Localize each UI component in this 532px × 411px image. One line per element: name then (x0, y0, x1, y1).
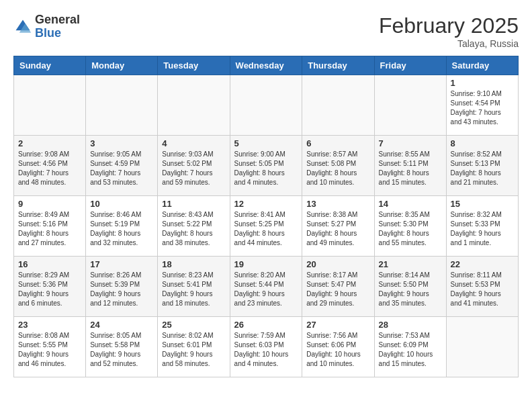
day-info: Sunrise: 7:53 AM Sunset: 6:09 PM Dayligh… (379, 331, 442, 369)
day-number: 24 (90, 320, 153, 330)
day-info: Sunrise: 8:35 AM Sunset: 5:30 PM Dayligh… (379, 210, 442, 248)
week-row-4: 23Sunrise: 8:08 AM Sunset: 5:55 PM Dayli… (14, 317, 519, 377)
day-info: Sunrise: 8:52 AM Sunset: 5:13 PM Dayligh… (451, 150, 514, 187)
day-header-monday: Monday (86, 56, 158, 75)
day-info: Sunrise: 8:32 AM Sunset: 5:33 PM Dayligh… (451, 210, 514, 248)
calendar-cell: 22Sunrise: 8:11 AM Sunset: 5:53 PM Dayli… (446, 257, 518, 317)
day-info: Sunrise: 8:49 AM Sunset: 5:16 PM Dayligh… (18, 210, 81, 248)
day-info: Sunrise: 8:29 AM Sunset: 5:36 PM Dayligh… (18, 271, 81, 308)
day-header-wednesday: Wednesday (230, 56, 302, 75)
day-info: Sunrise: 8:41 AM Sunset: 5:25 PM Dayligh… (234, 210, 298, 248)
day-info: Sunrise: 9:05 AM Sunset: 4:59 PM Dayligh… (90, 150, 153, 187)
calendar-cell (14, 75, 86, 136)
calendar-cell: 10Sunrise: 8:46 AM Sunset: 5:19 PM Dayli… (86, 196, 158, 257)
calendar-cell: 12Sunrise: 8:41 AM Sunset: 5:25 PM Dayli… (230, 196, 302, 257)
calendar-cell: 26Sunrise: 7:59 AM Sunset: 6:03 PM Dayli… (230, 317, 302, 377)
calendar-cell: 9Sunrise: 8:49 AM Sunset: 5:16 PM Daylig… (14, 196, 86, 257)
week-row-1: 2Sunrise: 9:08 AM Sunset: 4:56 PM Daylig… (14, 136, 519, 196)
day-header-friday: Friday (374, 56, 446, 75)
day-number: 3 (90, 138, 153, 148)
day-number: 4 (162, 138, 225, 148)
calendar-cell: 14Sunrise: 8:35 AM Sunset: 5:30 PM Dayli… (374, 196, 446, 257)
calendar-cell: 15Sunrise: 8:32 AM Sunset: 5:33 PM Dayli… (446, 196, 518, 257)
calendar-table: SundayMondayTuesdayWednesdayThursdayFrid… (13, 56, 519, 377)
day-number: 22 (451, 259, 514, 269)
calendar-cell (230, 75, 302, 136)
day-header-tuesday: Tuesday (158, 56, 230, 75)
day-number: 16 (18, 259, 81, 269)
calendar-cell: 4Sunrise: 9:03 AM Sunset: 5:02 PM Daylig… (158, 136, 230, 196)
calendar-cell: 11Sunrise: 8:43 AM Sunset: 5:22 PM Dayli… (158, 196, 230, 257)
calendar-cell (302, 75, 374, 136)
day-info: Sunrise: 8:57 AM Sunset: 5:08 PM Dayligh… (306, 150, 369, 187)
day-info: Sunrise: 8:55 AM Sunset: 5:11 PM Dayligh… (379, 150, 442, 187)
logo-general-text: General (35, 13, 80, 27)
day-number: 9 (18, 199, 81, 209)
logo-icon (13, 17, 32, 36)
calendar-cell: 8Sunrise: 8:52 AM Sunset: 5:13 PM Daylig… (446, 136, 518, 196)
calendar-header-row: SundayMondayTuesdayWednesdayThursdayFrid… (14, 56, 519, 75)
day-header-thursday: Thursday (302, 56, 374, 75)
calendar-cell (158, 75, 230, 136)
day-number: 23 (18, 320, 81, 330)
calendar-cell: 21Sunrise: 8:14 AM Sunset: 5:50 PM Dayli… (374, 257, 446, 317)
day-info: Sunrise: 7:59 AM Sunset: 6:03 PM Dayligh… (234, 331, 298, 369)
day-number: 14 (379, 199, 442, 209)
calendar-cell: 7Sunrise: 8:55 AM Sunset: 5:11 PM Daylig… (374, 136, 446, 196)
calendar-cell: 28Sunrise: 7:53 AM Sunset: 6:09 PM Dayli… (374, 317, 446, 377)
calendar-cell: 19Sunrise: 8:20 AM Sunset: 5:44 PM Dayli… (230, 257, 302, 317)
calendar-cell: 27Sunrise: 7:56 AM Sunset: 6:06 PM Dayli… (302, 317, 374, 377)
calendar-cell: 18Sunrise: 8:23 AM Sunset: 5:41 PM Dayli… (158, 257, 230, 317)
day-number: 28 (379, 320, 442, 330)
week-row-3: 16Sunrise: 8:29 AM Sunset: 5:36 PM Dayli… (14, 257, 519, 317)
day-info: Sunrise: 8:23 AM Sunset: 5:41 PM Dayligh… (162, 271, 225, 308)
logo-text: General Blue (35, 13, 80, 40)
day-number: 10 (90, 199, 153, 209)
day-info: Sunrise: 9:10 AM Sunset: 4:54 PM Dayligh… (451, 89, 514, 127)
day-number: 15 (451, 199, 514, 209)
month-title: February 2025 (379, 13, 519, 38)
week-row-0: 1Sunrise: 9:10 AM Sunset: 4:54 PM Daylig… (14, 75, 519, 136)
day-info: Sunrise: 8:26 AM Sunset: 5:39 PM Dayligh… (90, 271, 153, 308)
day-info: Sunrise: 8:05 AM Sunset: 5:58 PM Dayligh… (90, 331, 153, 369)
day-info: Sunrise: 9:00 AM Sunset: 5:05 PM Dayligh… (234, 150, 298, 187)
day-number: 17 (90, 259, 153, 269)
day-number: 19 (234, 259, 298, 269)
day-number: 1 (451, 78, 514, 88)
day-number: 20 (306, 259, 369, 269)
week-row-2: 9Sunrise: 8:49 AM Sunset: 5:16 PM Daylig… (14, 196, 519, 257)
calendar-cell: 5Sunrise: 9:00 AM Sunset: 5:05 PM Daylig… (230, 136, 302, 196)
day-number: 13 (306, 199, 369, 209)
calendar-cell: 6Sunrise: 8:57 AM Sunset: 5:08 PM Daylig… (302, 136, 374, 196)
day-info: Sunrise: 8:38 AM Sunset: 5:27 PM Dayligh… (306, 210, 369, 248)
day-info: Sunrise: 9:08 AM Sunset: 4:56 PM Dayligh… (18, 150, 81, 187)
day-number: 7 (379, 138, 442, 148)
day-info: Sunrise: 8:14 AM Sunset: 5:50 PM Dayligh… (379, 271, 442, 308)
day-number: 27 (306, 320, 369, 330)
calendar-cell (374, 75, 446, 136)
calendar-cell: 13Sunrise: 8:38 AM Sunset: 5:27 PM Dayli… (302, 196, 374, 257)
calendar-cell: 1Sunrise: 9:10 AM Sunset: 4:54 PM Daylig… (446, 75, 518, 136)
logo: General Blue (13, 13, 80, 40)
calendar-cell: 2Sunrise: 9:08 AM Sunset: 4:56 PM Daylig… (14, 136, 86, 196)
calendar-cell (86, 75, 158, 136)
day-info: Sunrise: 8:17 AM Sunset: 5:47 PM Dayligh… (306, 271, 369, 308)
day-number: 21 (379, 259, 442, 269)
title-block: February 2025 Talaya, Russia (379, 13, 519, 49)
day-header-saturday: Saturday (446, 56, 518, 75)
day-info: Sunrise: 9:03 AM Sunset: 5:02 PM Dayligh… (162, 150, 225, 187)
day-number: 11 (162, 199, 225, 209)
calendar-cell: 17Sunrise: 8:26 AM Sunset: 5:39 PM Dayli… (86, 257, 158, 317)
calendar-cell: 24Sunrise: 8:05 AM Sunset: 5:58 PM Dayli… (86, 317, 158, 377)
day-number: 5 (234, 138, 298, 148)
day-info: Sunrise: 8:02 AM Sunset: 6:01 PM Dayligh… (162, 331, 225, 369)
calendar-cell (446, 317, 518, 377)
day-info: Sunrise: 8:11 AM Sunset: 5:53 PM Dayligh… (451, 271, 514, 308)
calendar-cell: 16Sunrise: 8:29 AM Sunset: 5:36 PM Dayli… (14, 257, 86, 317)
day-number: 26 (234, 320, 298, 330)
day-header-sunday: Sunday (14, 56, 86, 75)
day-info: Sunrise: 8:08 AM Sunset: 5:55 PM Dayligh… (18, 331, 81, 369)
logo-blue-text: Blue (35, 27, 80, 40)
day-info: Sunrise: 8:20 AM Sunset: 5:44 PM Dayligh… (234, 271, 298, 308)
day-info: Sunrise: 7:56 AM Sunset: 6:06 PM Dayligh… (306, 331, 369, 369)
